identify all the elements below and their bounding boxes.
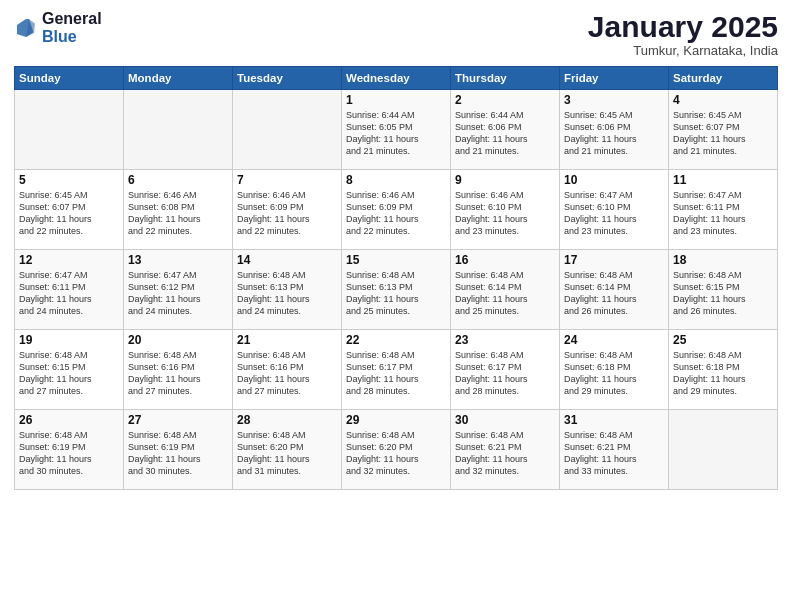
- day-info: Sunrise: 6:48 AM Sunset: 6:16 PM Dayligh…: [128, 349, 228, 398]
- day-number: 9: [455, 173, 555, 187]
- weekday-header-monday: Monday: [124, 67, 233, 90]
- day-info: Sunrise: 6:46 AM Sunset: 6:09 PM Dayligh…: [346, 189, 446, 238]
- day-info: Sunrise: 6:45 AM Sunset: 6:07 PM Dayligh…: [19, 189, 119, 238]
- day-info: Sunrise: 6:48 AM Sunset: 6:20 PM Dayligh…: [237, 429, 337, 478]
- calendar-cell: 15Sunrise: 6:48 AM Sunset: 6:13 PM Dayli…: [342, 250, 451, 330]
- month-title: January 2025: [588, 10, 778, 43]
- calendar-week-3: 12Sunrise: 6:47 AM Sunset: 6:11 PM Dayli…: [15, 250, 778, 330]
- day-info: Sunrise: 6:48 AM Sunset: 6:19 PM Dayligh…: [128, 429, 228, 478]
- day-info: Sunrise: 6:48 AM Sunset: 6:14 PM Dayligh…: [564, 269, 664, 318]
- day-info: Sunrise: 6:48 AM Sunset: 6:20 PM Dayligh…: [346, 429, 446, 478]
- calendar-week-5: 26Sunrise: 6:48 AM Sunset: 6:19 PM Dayli…: [15, 410, 778, 490]
- calendar-cell: [669, 410, 778, 490]
- day-info: Sunrise: 6:48 AM Sunset: 6:17 PM Dayligh…: [346, 349, 446, 398]
- calendar-cell: 5Sunrise: 6:45 AM Sunset: 6:07 PM Daylig…: [15, 170, 124, 250]
- weekday-header-saturday: Saturday: [669, 67, 778, 90]
- calendar-cell: 29Sunrise: 6:48 AM Sunset: 6:20 PM Dayli…: [342, 410, 451, 490]
- day-info: Sunrise: 6:46 AM Sunset: 6:09 PM Dayligh…: [237, 189, 337, 238]
- day-number: 11: [673, 173, 773, 187]
- day-number: 3: [564, 93, 664, 107]
- day-info: Sunrise: 6:44 AM Sunset: 6:05 PM Dayligh…: [346, 109, 446, 158]
- day-number: 17: [564, 253, 664, 267]
- day-info: Sunrise: 6:47 AM Sunset: 6:11 PM Dayligh…: [19, 269, 119, 318]
- day-info: Sunrise: 6:48 AM Sunset: 6:21 PM Dayligh…: [564, 429, 664, 478]
- calendar-body: 1Sunrise: 6:44 AM Sunset: 6:05 PM Daylig…: [15, 90, 778, 490]
- day-info: Sunrise: 6:48 AM Sunset: 6:18 PM Dayligh…: [564, 349, 664, 398]
- calendar-cell: 8Sunrise: 6:46 AM Sunset: 6:09 PM Daylig…: [342, 170, 451, 250]
- day-number: 18: [673, 253, 773, 267]
- day-number: 23: [455, 333, 555, 347]
- calendar-cell: 3Sunrise: 6:45 AM Sunset: 6:06 PM Daylig…: [560, 90, 669, 170]
- day-info: Sunrise: 6:48 AM Sunset: 6:15 PM Dayligh…: [19, 349, 119, 398]
- day-info: Sunrise: 6:48 AM Sunset: 6:16 PM Dayligh…: [237, 349, 337, 398]
- calendar-cell: [233, 90, 342, 170]
- day-number: 5: [19, 173, 119, 187]
- day-number: 15: [346, 253, 446, 267]
- calendar-table: SundayMondayTuesdayWednesdayThursdayFrid…: [14, 66, 778, 490]
- calendar-cell: 27Sunrise: 6:48 AM Sunset: 6:19 PM Dayli…: [124, 410, 233, 490]
- day-number: 29: [346, 413, 446, 427]
- calendar-cell: 21Sunrise: 6:48 AM Sunset: 6:16 PM Dayli…: [233, 330, 342, 410]
- calendar-cell: [124, 90, 233, 170]
- calendar-cell: 4Sunrise: 6:45 AM Sunset: 6:07 PM Daylig…: [669, 90, 778, 170]
- day-number: 10: [564, 173, 664, 187]
- day-number: 31: [564, 413, 664, 427]
- title-block: January 2025 Tumkur, Karnataka, India: [588, 10, 778, 58]
- weekday-header-friday: Friday: [560, 67, 669, 90]
- calendar-cell: 16Sunrise: 6:48 AM Sunset: 6:14 PM Dayli…: [451, 250, 560, 330]
- day-info: Sunrise: 6:44 AM Sunset: 6:06 PM Dayligh…: [455, 109, 555, 158]
- calendar-cell: 23Sunrise: 6:48 AM Sunset: 6:17 PM Dayli…: [451, 330, 560, 410]
- calendar-cell: 6Sunrise: 6:46 AM Sunset: 6:08 PM Daylig…: [124, 170, 233, 250]
- weekday-header-wednesday: Wednesday: [342, 67, 451, 90]
- calendar-cell: 12Sunrise: 6:47 AM Sunset: 6:11 PM Dayli…: [15, 250, 124, 330]
- calendar-cell: 18Sunrise: 6:48 AM Sunset: 6:15 PM Dayli…: [669, 250, 778, 330]
- calendar-cell: 30Sunrise: 6:48 AM Sunset: 6:21 PM Dayli…: [451, 410, 560, 490]
- day-number: 24: [564, 333, 664, 347]
- day-info: Sunrise: 6:45 AM Sunset: 6:07 PM Dayligh…: [673, 109, 773, 158]
- day-info: Sunrise: 6:48 AM Sunset: 6:14 PM Dayligh…: [455, 269, 555, 318]
- day-info: Sunrise: 6:45 AM Sunset: 6:06 PM Dayligh…: [564, 109, 664, 158]
- day-info: Sunrise: 6:46 AM Sunset: 6:10 PM Dayligh…: [455, 189, 555, 238]
- calendar-week-2: 5Sunrise: 6:45 AM Sunset: 6:07 PM Daylig…: [15, 170, 778, 250]
- calendar-cell: [15, 90, 124, 170]
- calendar-cell: 19Sunrise: 6:48 AM Sunset: 6:15 PM Dayli…: [15, 330, 124, 410]
- calendar-week-1: 1Sunrise: 6:44 AM Sunset: 6:05 PM Daylig…: [15, 90, 778, 170]
- day-number: 8: [346, 173, 446, 187]
- calendar-cell: 2Sunrise: 6:44 AM Sunset: 6:06 PM Daylig…: [451, 90, 560, 170]
- weekday-header-thursday: Thursday: [451, 67, 560, 90]
- calendar-cell: 24Sunrise: 6:48 AM Sunset: 6:18 PM Dayli…: [560, 330, 669, 410]
- day-number: 13: [128, 253, 228, 267]
- calendar-cell: 28Sunrise: 6:48 AM Sunset: 6:20 PM Dayli…: [233, 410, 342, 490]
- header: General Blue January 2025 Tumkur, Karnat…: [14, 10, 778, 58]
- day-number: 16: [455, 253, 555, 267]
- day-number: 26: [19, 413, 119, 427]
- day-number: 14: [237, 253, 337, 267]
- calendar-cell: 9Sunrise: 6:46 AM Sunset: 6:10 PM Daylig…: [451, 170, 560, 250]
- day-info: Sunrise: 6:47 AM Sunset: 6:11 PM Dayligh…: [673, 189, 773, 238]
- day-info: Sunrise: 6:47 AM Sunset: 6:10 PM Dayligh…: [564, 189, 664, 238]
- calendar-cell: 7Sunrise: 6:46 AM Sunset: 6:09 PM Daylig…: [233, 170, 342, 250]
- day-number: 22: [346, 333, 446, 347]
- weekday-header-sunday: Sunday: [15, 67, 124, 90]
- day-info: Sunrise: 6:48 AM Sunset: 6:13 PM Dayligh…: [237, 269, 337, 318]
- calendar-cell: 10Sunrise: 6:47 AM Sunset: 6:10 PM Dayli…: [560, 170, 669, 250]
- location: Tumkur, Karnataka, India: [588, 43, 778, 58]
- logo-text: General Blue: [42, 10, 102, 45]
- calendar-header: SundayMondayTuesdayWednesdayThursdayFrid…: [15, 67, 778, 90]
- page: General Blue January 2025 Tumkur, Karnat…: [0, 0, 792, 612]
- day-info: Sunrise: 6:46 AM Sunset: 6:08 PM Dayligh…: [128, 189, 228, 238]
- day-number: 25: [673, 333, 773, 347]
- day-number: 1: [346, 93, 446, 107]
- day-info: Sunrise: 6:48 AM Sunset: 6:21 PM Dayligh…: [455, 429, 555, 478]
- day-number: 30: [455, 413, 555, 427]
- calendar-cell: 20Sunrise: 6:48 AM Sunset: 6:16 PM Dayli…: [124, 330, 233, 410]
- day-number: 7: [237, 173, 337, 187]
- calendar-cell: 31Sunrise: 6:48 AM Sunset: 6:21 PM Dayli…: [560, 410, 669, 490]
- calendar-cell: 1Sunrise: 6:44 AM Sunset: 6:05 PM Daylig…: [342, 90, 451, 170]
- day-number: 28: [237, 413, 337, 427]
- calendar-cell: 11Sunrise: 6:47 AM Sunset: 6:11 PM Dayli…: [669, 170, 778, 250]
- calendar-cell: 25Sunrise: 6:48 AM Sunset: 6:18 PM Dayli…: [669, 330, 778, 410]
- calendar-cell: 13Sunrise: 6:47 AM Sunset: 6:12 PM Dayli…: [124, 250, 233, 330]
- weekday-header-tuesday: Tuesday: [233, 67, 342, 90]
- day-info: Sunrise: 6:48 AM Sunset: 6:18 PM Dayligh…: [673, 349, 773, 398]
